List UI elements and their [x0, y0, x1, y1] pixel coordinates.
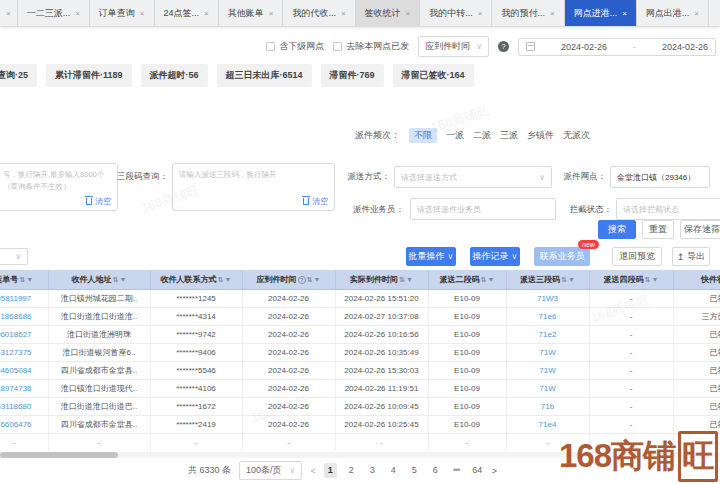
page-4[interactable]: 4	[387, 463, 400, 478]
close-tab-icon[interactable]: ×	[694, 9, 699, 18]
save-filter-button[interactable]: 保存速筛	[680, 220, 720, 239]
header-waybill[interactable]: 运单号⇅▼	[0, 270, 48, 289]
cell-waybill[interactable]: 76606476	[0, 415, 48, 433]
clear-waybill-link[interactable]: 清空	[86, 196, 111, 207]
cell-waybill[interactable]: 38974736	[0, 379, 48, 397]
prev-page-icon[interactable]: <	[310, 466, 315, 476]
frequency-township[interactable]: 乡镇件	[527, 129, 554, 142]
filter-icon[interactable]: ▼	[26, 276, 33, 283]
page-5[interactable]: 5	[408, 463, 421, 478]
page-size-select[interactable]: 100条/页 ∨	[239, 461, 302, 480]
page-1[interactable]: 1	[324, 463, 337, 478]
tab-inbound-active[interactable]: 网点进港...×	[565, 0, 637, 26]
filter-icon[interactable]: ▼	[119, 276, 126, 283]
sort-icon[interactable]: ⇅	[113, 276, 119, 283]
checkbox-include-sub-branch[interactable]: 含下级网点	[266, 40, 324, 53]
waybill-textarea[interactable]: 号，换行隔开,最多输入8000个（查询条件不生效） 清空	[0, 163, 118, 211]
header-contact[interactable]: 收件人联系方式⇅▼	[150, 270, 242, 289]
close-tab-icon[interactable]: ×	[478, 9, 483, 18]
page-3[interactable]: 3	[366, 463, 379, 478]
row-select-dropdown[interactable]: ∨	[0, 248, 28, 265]
tab-yiersanpai[interactable]: 一二三派...×	[18, 0, 90, 26]
segment-textarea[interactable]: 请输入派送三段码，换行隔开 清空	[172, 163, 335, 211]
date-end[interactable]: 2024-02-26	[662, 42, 708, 52]
sort-icon[interactable]: ⇅	[19, 276, 25, 283]
question-icon[interactable]: ?	[498, 41, 509, 52]
cell-seg3[interactable]: 71W3	[506, 289, 589, 307]
sort-icon[interactable]: ⇅	[218, 276, 224, 283]
sort-icon[interactable]: ⇅	[645, 276, 651, 283]
tab-cut[interactable]: ×	[0, 0, 18, 26]
filter-icon[interactable]: ▼	[313, 276, 320, 283]
time-type-select[interactable]: 应到件时间 ∨	[418, 36, 489, 57]
cell-seg3[interactable]: 71e2	[506, 325, 589, 343]
tab-24-sign[interactable]: 24点签...×	[155, 0, 219, 26]
cell-waybill[interactable]: 63118680	[0, 397, 48, 415]
checkbox-icon[interactable]	[266, 42, 275, 51]
stat-badge-query[interactable]: 查询·25	[0, 64, 37, 87]
stat-badge-retained-signed[interactable]: 滞留已签收·164	[393, 64, 474, 87]
cell-waybill[interactable]: 63127375	[0, 343, 48, 361]
cell-waybill[interactable]: 95811997	[0, 289, 48, 307]
checkbox-icon[interactable]	[333, 42, 342, 51]
next-page-icon[interactable]: >	[492, 466, 497, 476]
close-tab-icon[interactable]: ×	[406, 9, 411, 18]
cell-seg3[interactable]: 71b	[506, 397, 589, 415]
tab-my-prepay[interactable]: 我的预付...×	[492, 0, 564, 26]
filter-icon[interactable]: ▼	[487, 276, 494, 283]
cell-seg3[interactable]: 71W	[506, 379, 589, 397]
frequency-none[interactable]: 无派次	[563, 129, 590, 142]
header-expected-time[interactable]: 应到件时间?⇅▼	[242, 270, 335, 289]
filter-icon[interactable]: ▼	[224, 276, 231, 283]
frequency-1[interactable]: 一派	[446, 129, 464, 142]
header-address[interactable]: 收件人地址⇅▼	[48, 270, 150, 289]
header-seg3[interactable]: 派送三段码⇅▼	[506, 270, 589, 289]
header-seg2[interactable]: 派送二段码⇅▼	[428, 270, 506, 289]
sort-icon[interactable]: ⇅	[481, 276, 487, 283]
stat-badge-retained-total[interactable]: 累计滞留件·1189	[46, 64, 132, 87]
tab-my-transit[interactable]: 我的中转...×	[420, 0, 492, 26]
contact-courier-button[interactable]: 联系业务员	[534, 247, 590, 266]
checkbox-remove-sent[interactable]: 去除本网点已发	[333, 40, 409, 53]
close-tab-icon[interactable]: ×	[269, 9, 274, 18]
cell-seg3[interactable]: 71W	[506, 361, 589, 379]
filter-icon[interactable]: ▼	[651, 276, 658, 283]
stat-badge-3day-unshipped[interactable]: 超三日未出库·6514	[217, 64, 312, 87]
close-tab-icon[interactable]: ×	[341, 9, 346, 18]
filter-icon[interactable]: ▼	[568, 276, 575, 283]
search-button[interactable]: 搜索	[598, 220, 636, 239]
sort-icon[interactable]: ⇅	[399, 276, 405, 283]
header-status[interactable]: 快件状态?	[673, 270, 720, 289]
tab-other-bills[interactable]: 其他账单×	[219, 0, 284, 26]
tab-my-collection[interactable]: 我的代收...×	[283, 0, 355, 26]
question-icon[interactable]: ?	[298, 276, 306, 284]
page-64[interactable]: 64	[471, 463, 484, 478]
frequency-2[interactable]: 二派	[473, 129, 491, 142]
frequency-3[interactable]: 三派	[500, 129, 518, 142]
sort-icon[interactable]: ⇅	[307, 276, 313, 283]
close-tab-icon[interactable]: ×	[6, 9, 11, 18]
cell-waybill[interactable]: 06018627	[0, 325, 48, 343]
return-preview-button[interactable]: 退回预览	[612, 247, 662, 266]
frequency-unlimited[interactable]: 不限	[409, 128, 437, 143]
close-tab-icon[interactable]: ×	[550, 9, 555, 18]
cell-seg3[interactable]: 71e6	[506, 307, 589, 325]
stat-badge-overtime[interactable]: 派件超时·56	[141, 64, 208, 87]
delivery-branch-input[interactable]: 金堂淮口镇（29346）	[610, 166, 710, 188]
tab-outbound[interactable]: 网点出港...×	[637, 0, 709, 26]
batch-operation-button[interactable]: 批量操作 ∨	[406, 247, 456, 266]
close-tab-icon[interactable]: ×	[140, 9, 145, 18]
operation-record-button[interactable]: 操作记录 ∨	[470, 247, 520, 266]
export-button[interactable]: ↥ 导出	[672, 247, 710, 266]
page-2[interactable]: 2	[345, 463, 358, 478]
tab-order-query[interactable]: 订单查询×	[90, 0, 155, 26]
page-6[interactable]: 6	[429, 463, 442, 478]
reset-button[interactable]: 重置	[642, 220, 674, 239]
clear-segment-link[interactable]: 清空	[303, 196, 328, 207]
horizontal-scrollbar-thumb[interactable]	[0, 452, 118, 458]
date-start[interactable]: 2024-02-26	[561, 42, 607, 52]
filter-icon[interactable]: ▼	[406, 276, 413, 283]
close-tab-icon[interactable]: ×	[622, 9, 627, 18]
cell-waybill[interactable]: 04605084	[0, 361, 48, 379]
intercept-status-select[interactable]: 请选择拦截状态	[616, 198, 720, 220]
